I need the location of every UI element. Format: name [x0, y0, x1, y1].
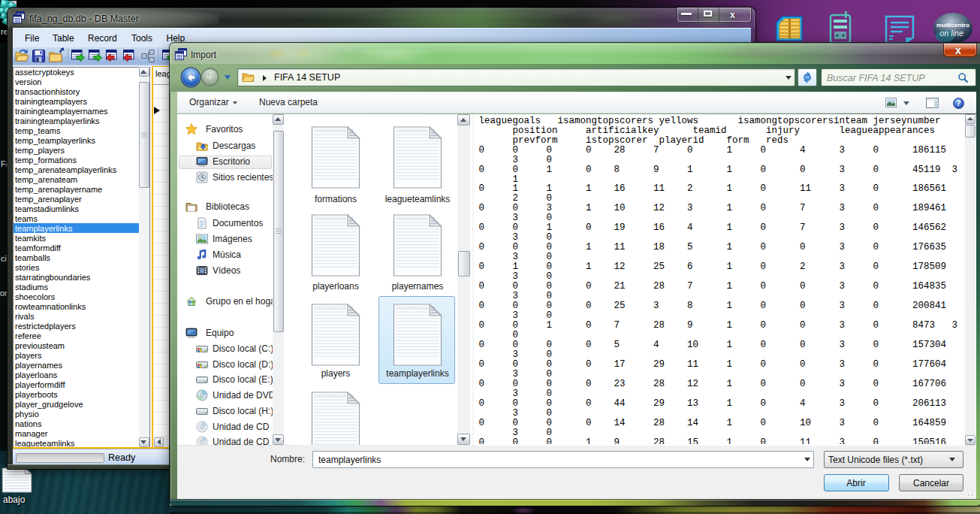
svg-text:?: ?: [956, 99, 960, 107]
svg-text:multicentro: multicentro: [936, 22, 969, 29]
svg-text:on line: on line: [939, 29, 963, 38]
